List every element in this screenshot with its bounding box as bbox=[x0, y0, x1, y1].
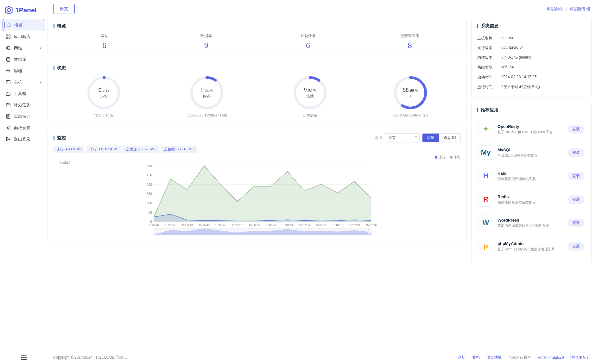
app-desc: MySQL 开源关系型数据库 bbox=[498, 153, 563, 158]
svg-text:15:07:01: 15:07:01 bbox=[282, 223, 293, 227]
logo-icon: 1 bbox=[4, 6, 13, 15]
gauge-item[interactable]: 58.98 %/ 82.72 GB / 146.47 GB bbox=[393, 75, 428, 118]
install-button[interactable]: 安装 bbox=[568, 242, 584, 251]
logo[interactable]: 1 1Panel bbox=[3, 3, 45, 19]
overview-label: 已安装应用 bbox=[359, 33, 461, 39]
nav-item-schedule[interactable]: 计划任务 bbox=[3, 99, 45, 111]
audit-icon bbox=[6, 114, 11, 119]
restart-panel-button[interactable]: 重启面板 bbox=[547, 6, 563, 12]
schedule-icon bbox=[6, 103, 11, 108]
svg-text:15:07:04: 15:07:04 bbox=[299, 223, 310, 227]
svg-text:250: 250 bbox=[147, 173, 152, 177]
sysinfo-card: 系统信息 主机名称ubuntu发行版本ubuntu-20.04内核版本5.4.0… bbox=[471, 18, 592, 97]
svg-rect-4 bbox=[6, 37, 8, 39]
overview-title: 概览 bbox=[54, 23, 461, 29]
overview-value: 8 bbox=[359, 41, 461, 50]
footer-docs[interactable]: 文档 bbox=[472, 355, 480, 360]
svg-text:150: 150 bbox=[147, 192, 152, 196]
legend-down[interactable]: 下行 bbox=[450, 155, 461, 160]
gauge-sub: 运行流畅 bbox=[293, 113, 327, 118]
tab-overview[interactable]: 概览 bbox=[53, 4, 75, 14]
gauge-value: 9.92 % bbox=[304, 87, 316, 93]
svg-text:15:06:52: 15:06:52 bbox=[232, 223, 243, 227]
svg-rect-10 bbox=[6, 104, 10, 107]
gauge-name: / bbox=[410, 94, 411, 98]
nav-label: 网站 bbox=[14, 45, 22, 51]
legend-up[interactable]: 上行 bbox=[435, 155, 446, 160]
svg-rect-2 bbox=[6, 35, 8, 36]
nav-label: 主机 bbox=[14, 79, 22, 85]
overview-item[interactable]: 已安装应用8 bbox=[359, 33, 461, 50]
install-button[interactable]: 安装 bbox=[568, 125, 584, 134]
svg-text:300: 300 bbox=[147, 164, 152, 168]
svg-text:50: 50 bbox=[149, 211, 152, 214]
overview-item[interactable]: 数据库9 bbox=[155, 33, 257, 50]
overview-label: 计划任务 bbox=[257, 33, 359, 39]
svg-text:100: 100 bbox=[147, 201, 152, 205]
nav-item-container[interactable]: 容器 bbox=[3, 65, 45, 77]
gauge-item[interactable]: 0.5 %CPU ( 0.04 / 8 ) 核 bbox=[86, 75, 121, 118]
gauge-sub: 82.72 GB / 146.47 GB bbox=[393, 113, 428, 117]
info-val: 5.4.0-172-generic bbox=[501, 55, 531, 60]
seg-traffic[interactable]: 流量 bbox=[422, 134, 439, 142]
seg-diskio[interactable]: 磁盘 IO bbox=[439, 134, 460, 142]
svg-text:1: 1 bbox=[8, 9, 10, 12]
nav-item-logout[interactable]: 退出登录 bbox=[3, 134, 45, 145]
install-button[interactable]: 安装 bbox=[568, 195, 584, 204]
database-icon bbox=[6, 57, 11, 62]
nav: 概览应用商店网站▾数据库容器主机▾工具箱计划任务日志审计面板设置退出登录 bbox=[3, 19, 45, 145]
nav-item-settings[interactable]: 面板设置 bbox=[3, 122, 45, 134]
nav-item-toolbox[interactable]: 工具箱 bbox=[3, 88, 45, 99]
monitor-tag: 总发送: 788.73 MB bbox=[123, 146, 159, 153]
toolbox-icon bbox=[6, 91, 11, 96]
recommend-title: 推荐应用 bbox=[477, 107, 586, 113]
install-button[interactable]: 安装 bbox=[568, 172, 584, 180]
nav-item-host[interactable]: 主机▾ bbox=[3, 77, 45, 88]
footer-forum[interactable]: 论坛 bbox=[458, 355, 466, 360]
app-item: p phpMyAdmin基于 Web 的 MySQL 数据库管理工具 安装 bbox=[477, 235, 586, 258]
netcard-select[interactable]: 所有 bbox=[385, 133, 420, 142]
version-label: 当前运行版本： bbox=[508, 355, 535, 360]
version[interactable]: v1.10.0-alpha.3 bbox=[538, 355, 564, 360]
nav-label: 计划任务 bbox=[14, 102, 30, 108]
svg-text:15:07:10: 15:07:10 bbox=[332, 223, 343, 227]
collapse-sidebar-icon[interactable] bbox=[0, 351, 48, 364]
app-item: R Redis高性能的开源键值数据库 安装 bbox=[477, 188, 586, 211]
app-desc: 基于 Web 的 MySQL 数据库管理工具 bbox=[498, 247, 563, 252]
nav-item-home[interactable]: 概览 bbox=[3, 19, 45, 31]
svg-text:15:06:37: 15:06:37 bbox=[148, 223, 159, 227]
overview-card: 概览 网站6数据库9计划任务6已安装应用8 bbox=[48, 18, 467, 55]
gauge-sub: ( 0.04 / 8 ) 核 bbox=[86, 113, 121, 118]
svg-rect-5 bbox=[9, 37, 10, 39]
gauge-item[interactable]: 9.92 %负载 运行流畅 bbox=[293, 75, 327, 118]
info-key: 启动时间 bbox=[477, 75, 501, 80]
gauge-item[interactable]: 9.61 %内存 ( 1536.67 / 15996.47 ) MB bbox=[187, 75, 227, 118]
info-val: ubuntu bbox=[501, 35, 513, 41]
overview-label: 数据库 bbox=[155, 33, 257, 39]
apps-icon bbox=[6, 34, 11, 39]
app-item: W WordPress著名的开源博客软件和 CMS 系统 安装 bbox=[477, 211, 586, 235]
app-icon: R bbox=[479, 192, 493, 207]
status-title: 状态 bbox=[54, 65, 461, 71]
logo-text: 1Panel bbox=[15, 6, 37, 14]
overview-item[interactable]: 网站6 bbox=[54, 33, 155, 50]
nav-item-database[interactable]: 数据库 bbox=[3, 54, 45, 65]
svg-text:15:06:40: 15:06:40 bbox=[165, 223, 176, 227]
check-update[interactable]: （检查更新） bbox=[567, 355, 590, 360]
info-key: 系统类型 bbox=[477, 65, 501, 70]
nav-item-audit[interactable]: 日志审计 bbox=[3, 111, 45, 122]
install-button[interactable]: 安装 bbox=[568, 219, 584, 227]
footer-project[interactable]: 项目地址 bbox=[486, 355, 502, 360]
info-key: 运行时间 bbox=[477, 85, 501, 90]
app-name: OpenResty bbox=[498, 124, 563, 129]
restart-server-button[interactable]: 重启服务器 bbox=[570, 6, 590, 12]
info-key: 主机名称 bbox=[477, 35, 501, 41]
overview-label: 网站 bbox=[54, 33, 155, 39]
nav-item-apps[interactable]: 应用商店 bbox=[3, 31, 45, 42]
install-button[interactable]: 安装 bbox=[568, 148, 584, 157]
traffic-chart[interactable]: 05010015020025030015:06:3715:06:4015:06:… bbox=[54, 160, 461, 236]
svg-rect-9 bbox=[6, 93, 10, 95]
overview-item[interactable]: 计划任务6 bbox=[257, 33, 359, 50]
info-key: 发行版本 bbox=[477, 45, 501, 51]
nav-item-globe[interactable]: 网站▾ bbox=[3, 42, 45, 54]
